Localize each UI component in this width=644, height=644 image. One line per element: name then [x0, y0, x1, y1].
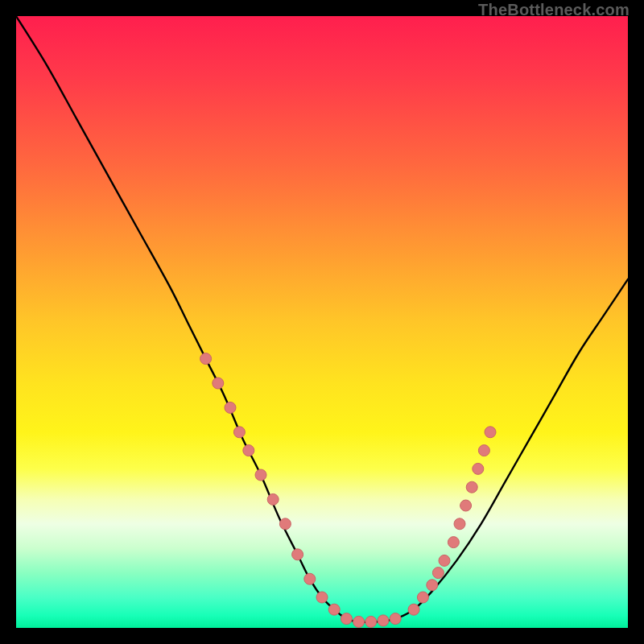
right-cluster-12 [485, 427, 496, 438]
bottom-5 [390, 613, 401, 625]
left-cluster-12 [328, 604, 340, 615]
right-cluster-3 [427, 580, 438, 591]
right-cluster-4 [432, 568, 444, 579]
left-cluster-5 [243, 445, 254, 456]
plot-area [16, 16, 628, 628]
left-cluster-8 [279, 518, 291, 530]
right-cluster-9 [466, 481, 477, 493]
right-cluster-6 [448, 537, 459, 548]
right-cluster-7 [454, 518, 465, 530]
right-cluster-2 [417, 592, 428, 603]
right-cluster-10 [473, 463, 484, 474]
bottleneck-curve [16, 16, 628, 622]
left-cluster-4 [233, 427, 245, 438]
bottom-4 [378, 615, 389, 626]
left-cluster-1 [200, 353, 212, 365]
chart-svg [16, 16, 628, 628]
left-cluster-11 [316, 592, 328, 603]
marker-group [200, 353, 496, 628]
right-cluster-5 [439, 555, 450, 566]
right-cluster-8 [460, 500, 472, 511]
bottom-2 [353, 616, 365, 627]
left-cluster-10 [304, 573, 316, 584]
bottom-3 [365, 616, 377, 627]
bottom-1 [341, 613, 352, 625]
chart-container: TheBottleneck.com [0, 0, 644, 644]
left-cluster-2 [213, 378, 224, 389]
left-cluster-9 [292, 549, 303, 560]
right-cluster-11 [478, 445, 489, 456]
left-cluster-6 [255, 469, 266, 481]
left-cluster-7 [267, 493, 279, 505]
left-cluster-3 [225, 402, 236, 413]
right-cluster-1 [408, 604, 419, 615]
